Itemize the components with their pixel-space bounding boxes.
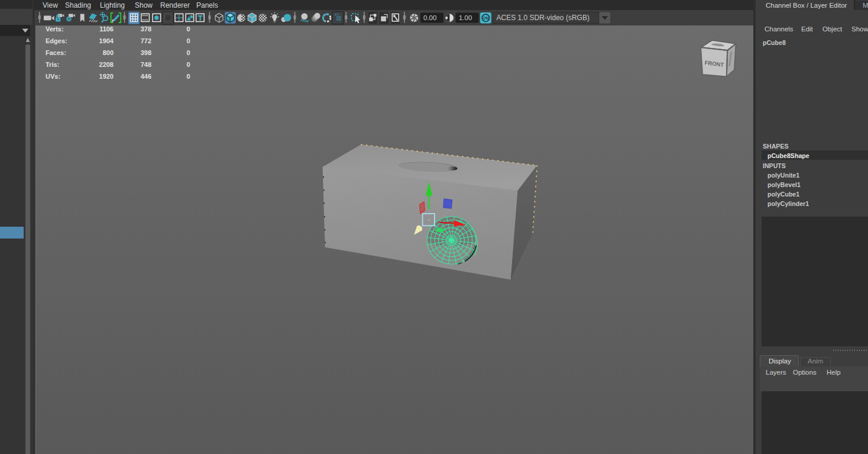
svg-text:ON: ON — [483, 16, 489, 20]
svg-text:0.00: 0.00 — [423, 14, 436, 21]
svg-text:1.00: 1.00 — [459, 14, 472, 21]
svg-text:ACES 1.0 SDR-video (sRGB): ACES 1.0 SDR-video (sRGB) — [497, 14, 590, 22]
